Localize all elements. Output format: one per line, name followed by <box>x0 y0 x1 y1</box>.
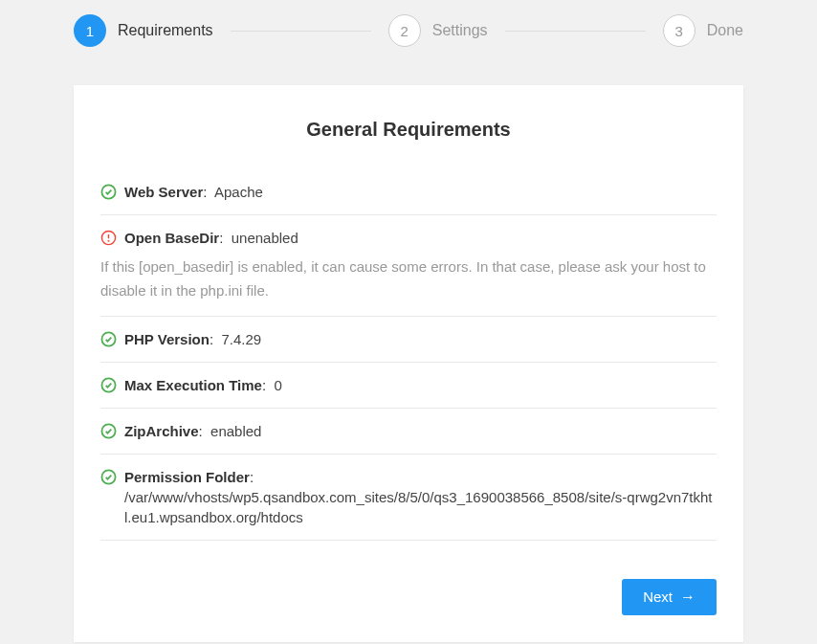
req-description: If this [open_basedir] is enabled, it ca… <box>100 255 717 303</box>
next-button[interactable]: Next → <box>622 579 717 615</box>
req-max-execution: Max Execution Time: 0 <box>100 363 717 409</box>
req-text: Max Execution Time: 0 <box>124 375 282 395</box>
step-circle: 1 <box>74 14 106 47</box>
step-circle: 3 <box>663 14 696 47</box>
step-circle: 2 <box>388 14 421 47</box>
step-settings[interactable]: 2 Settings <box>388 14 488 47</box>
req-text: Open BaseDir: unenabled <box>124 228 298 248</box>
alert-circle-icon <box>100 230 117 246</box>
req-web-server: Web Server: Apache <box>100 169 717 215</box>
req-text: Permission Folder:/var/www/vhosts/wp5.qs… <box>124 467 717 527</box>
next-button-label: Next <box>643 588 673 605</box>
check-circle-icon <box>100 469 117 485</box>
step-line <box>231 31 371 32</box>
svg-point-3 <box>108 240 109 241</box>
step-label: Done <box>707 22 743 39</box>
step-label: Settings <box>432 22 488 39</box>
step-done[interactable]: 3 Done <box>663 14 743 47</box>
req-permission-folder: Permission Folder:/var/www/vhosts/wp5.qs… <box>100 455 717 541</box>
req-ziparchive: ZipArchive: enabled <box>100 409 717 455</box>
check-circle-icon <box>100 377 117 393</box>
step-line <box>505 31 646 32</box>
req-text: ZipArchive: enabled <box>124 421 261 441</box>
check-circle-icon <box>100 423 117 439</box>
page-title: General Requirements <box>100 119 717 141</box>
check-circle-icon <box>100 331 117 347</box>
requirements-card: General Requirements Web Server: Apache … <box>74 85 743 642</box>
arrow-right-icon: → <box>680 588 696 606</box>
check-circle-icon <box>100 184 117 200</box>
footer: Next → <box>100 579 717 615</box>
req-php-version: PHP Version: 7.4.29 <box>100 317 717 363</box>
step-label: Requirements <box>118 22 213 39</box>
step-requirements[interactable]: 1 Requirements <box>74 14 213 47</box>
req-text: PHP Version: 7.4.29 <box>124 329 261 349</box>
req-open-basedir: Open BaseDir: unenabled If this [open_ba… <box>100 215 717 317</box>
req-text: Web Server: Apache <box>124 182 263 202</box>
stepper: 1 Requirements 2 Settings 3 Done <box>74 14 743 47</box>
